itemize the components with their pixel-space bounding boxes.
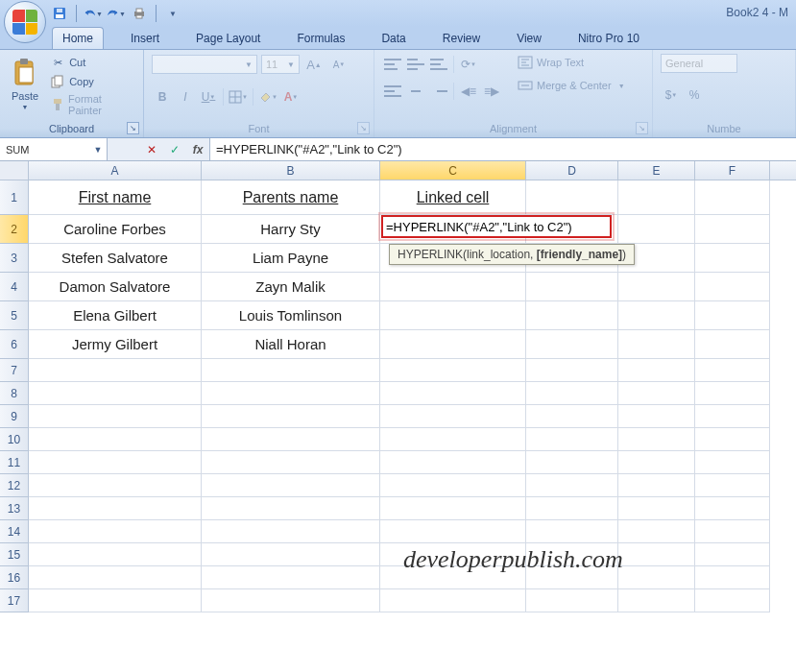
cell[interactable] xyxy=(526,589,618,612)
number-format-combo[interactable]: General xyxy=(661,54,737,73)
cell[interactable] xyxy=(526,451,618,474)
cell[interactable]: Linked cell xyxy=(380,180,526,215)
cell[interactable]: First name xyxy=(29,180,202,215)
name-box[interactable]: SUM▼ xyxy=(0,138,108,160)
italic-button[interactable]: I xyxy=(175,86,196,108)
col-header-D[interactable]: D xyxy=(526,161,618,180)
office-button[interactable] xyxy=(4,1,46,43)
qat-customize-icon[interactable]: ▼ xyxy=(163,4,182,23)
align-center-button[interactable] xyxy=(405,81,426,102)
align-left-button[interactable] xyxy=(382,81,403,102)
cell[interactable] xyxy=(695,520,770,543)
enter-formula-button[interactable]: ✓ xyxy=(163,143,186,156)
cell[interactable] xyxy=(695,215,770,244)
row-header[interactable]: 4 xyxy=(0,273,29,301)
tab-review[interactable]: Review xyxy=(433,28,490,49)
tab-nitro[interactable]: Nitro Pro 10 xyxy=(568,28,649,49)
cell[interactable] xyxy=(618,180,695,215)
cell[interactable] xyxy=(380,405,526,428)
col-header-A[interactable]: A xyxy=(29,161,202,180)
namebox-dropdown-icon[interactable]: ▼ xyxy=(91,145,105,155)
paste-button[interactable]: Paste ▼ xyxy=(8,54,42,114)
cell[interactable] xyxy=(29,543,202,566)
bold-button[interactable]: B xyxy=(152,86,173,108)
row-header[interactable]: 9 xyxy=(0,405,29,428)
row-header[interactable]: 10 xyxy=(0,428,29,451)
redo-icon[interactable]: ▼ xyxy=(107,4,126,23)
cell[interactable] xyxy=(618,428,695,451)
cell[interactable]: Niall Horan xyxy=(202,330,380,359)
cell[interactable] xyxy=(526,497,618,520)
quick-print-icon[interactable] xyxy=(130,4,149,23)
cell[interactable] xyxy=(526,520,618,543)
row-header[interactable]: 8 xyxy=(0,382,29,405)
cell[interactable] xyxy=(202,451,380,474)
copy-button[interactable]: Copy xyxy=(48,73,135,90)
cell[interactable]: Zayn Malik xyxy=(202,273,380,301)
row-header[interactable]: 14 xyxy=(0,520,29,543)
cell[interactable]: Jermy Gilbert xyxy=(29,330,202,359)
tab-formulas[interactable]: Formulas xyxy=(287,28,354,49)
cell[interactable] xyxy=(29,405,202,428)
cell[interactable] xyxy=(526,405,618,428)
cell[interactable] xyxy=(526,428,618,451)
cell[interactable] xyxy=(695,244,770,273)
save-icon[interactable] xyxy=(50,4,69,23)
col-header-F[interactable]: F xyxy=(695,161,770,180)
cell[interactable] xyxy=(526,382,618,405)
col-header-E[interactable]: E xyxy=(618,161,695,180)
cell[interactable] xyxy=(202,520,380,543)
cell[interactable] xyxy=(380,359,526,382)
cell[interactable] xyxy=(618,566,695,589)
alignment-launcher[interactable]: ↘ xyxy=(636,122,648,134)
cell[interactable] xyxy=(618,451,695,474)
row-header[interactable]: 5 xyxy=(0,301,29,330)
cell[interactable]: Liam Payne xyxy=(202,244,380,273)
cell[interactable] xyxy=(618,382,695,405)
cell[interactable]: Elena Gilbert xyxy=(29,301,202,330)
font-launcher[interactable]: ↘ xyxy=(357,122,370,134)
cell[interactable] xyxy=(695,382,770,405)
cell[interactable] xyxy=(29,451,202,474)
cell[interactable] xyxy=(526,474,618,497)
accounting-format-button[interactable]: $▼ xyxy=(661,84,682,106)
cell[interactable] xyxy=(29,566,202,589)
select-all-corner[interactable] xyxy=(0,161,29,180)
cell[interactable]: Caroline Forbes xyxy=(29,215,202,244)
cell[interactable]: Damon Salvatore xyxy=(29,273,202,301)
cell[interactable] xyxy=(380,589,526,612)
undo-icon[interactable]: ▼ xyxy=(84,4,103,23)
cell[interactable] xyxy=(202,497,380,520)
row-header[interactable]: 15 xyxy=(0,543,29,566)
cell[interactable] xyxy=(695,428,770,451)
grow-font-button[interactable]: A▲ xyxy=(303,54,325,75)
row-header[interactable]: 13 xyxy=(0,497,29,520)
cancel-formula-button[interactable]: ✕ xyxy=(140,143,163,156)
row-header[interactable]: 7 xyxy=(0,359,29,382)
format-painter-button[interactable]: Format Painter xyxy=(48,92,135,117)
cell[interactable] xyxy=(380,474,526,497)
cell[interactable] xyxy=(380,382,526,405)
cell[interactable] xyxy=(380,497,526,520)
cell[interactable] xyxy=(202,566,380,589)
orientation-button[interactable]: ⟳▼ xyxy=(458,54,479,75)
decrease-indent-button[interactable]: ◀≡ xyxy=(458,81,479,102)
cell[interactable] xyxy=(695,301,770,330)
cell[interactable] xyxy=(202,359,380,382)
cell[interactable] xyxy=(695,359,770,382)
cell-editor[interactable]: =HYPERLINK("#A2","Link to C2") xyxy=(381,215,612,238)
fill-color-button[interactable]: ▼ xyxy=(257,86,278,108)
row-header[interactable]: 12 xyxy=(0,474,29,497)
row-header[interactable]: 17 xyxy=(0,589,29,612)
clipboard-launcher[interactable]: ↘ xyxy=(127,122,139,134)
cell[interactable]: Stefen Salvatore xyxy=(29,244,202,273)
tab-home[interactable]: Home xyxy=(52,27,104,49)
cell[interactable] xyxy=(526,330,618,359)
cell[interactable] xyxy=(695,273,770,301)
cell[interactable] xyxy=(29,359,202,382)
cell[interactable] xyxy=(202,589,380,612)
align-middle-button[interactable] xyxy=(405,54,426,75)
cell[interactable] xyxy=(695,330,770,359)
cell[interactable] xyxy=(618,273,695,301)
cell[interactable] xyxy=(618,520,695,543)
